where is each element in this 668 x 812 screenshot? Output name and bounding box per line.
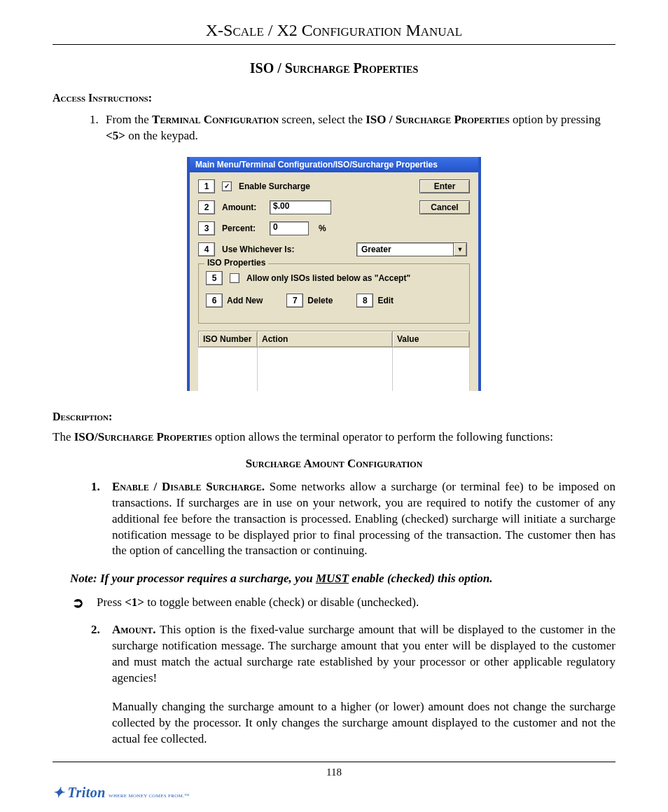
amount-head: Amount. bbox=[112, 623, 156, 636]
percent-label: Percent: bbox=[222, 223, 263, 233]
running-head: X-Scale / X2 Configuration Manual bbox=[53, 21, 615, 44]
note-must: MUST bbox=[316, 572, 349, 585]
terminal-configuration-term: Terminal Configuration bbox=[152, 113, 279, 126]
table-row bbox=[199, 347, 470, 391]
col-action[interactable]: Action bbox=[258, 331, 393, 347]
keypad-8[interactable]: 8 bbox=[356, 294, 373, 308]
surcharge-config-list: 1. Enable / Disable Surcharge. Some netw… bbox=[53, 479, 615, 560]
chevron-down-icon[interactable]: ▼ bbox=[453, 242, 467, 256]
item-amount: 2. Amount. This option is the fixed-valu… bbox=[91, 622, 615, 748]
surcharge-amount-configuration-title: Surcharge Amount Configuration bbox=[53, 457, 615, 471]
edit-button[interactable]: Edit bbox=[377, 296, 394, 305]
use-whichever-value: Greater bbox=[356, 242, 453, 256]
triton-logo: ✦ Triton WHERE MONEY COMES FROM.™ bbox=[53, 784, 615, 801]
keypad-2[interactable]: 2 bbox=[198, 200, 215, 214]
access-instructions-heading: Access Instructions: bbox=[53, 92, 152, 104]
row-use-whichever: 4 Use Whichever Is: Greater ▼ bbox=[198, 242, 470, 256]
enable-surcharge-checkbox[interactable]: ✓ bbox=[222, 181, 232, 191]
key-5: <5> bbox=[106, 129, 125, 142]
item-amount-para2: Manually changing the surcharge amount t… bbox=[112, 699, 615, 748]
enter-button[interactable]: Enter bbox=[419, 179, 470, 193]
keypad-6[interactable]: 6 bbox=[206, 294, 223, 308]
row-iso-buttons: 6 Add New 7 Delete 8 Edit bbox=[206, 294, 462, 308]
arrow-icon: ➲ bbox=[70, 596, 85, 610]
surcharge-config-list-2: 2. Amount. This option is the fixed-valu… bbox=[53, 622, 615, 748]
row-allow-only: 5 Allow only ISOs listed below as "Accep… bbox=[206, 271, 462, 285]
delete-button[interactable]: Delete bbox=[307, 296, 333, 305]
item-enable-disable-surcharge: 1. Enable / Disable Surcharge. Some netw… bbox=[91, 479, 615, 560]
iso-properties-legend: ISO Properties bbox=[204, 258, 268, 268]
keypad-4[interactable]: 4 bbox=[198, 242, 215, 256]
press-1-text: Press <1> to toggle between enable (chec… bbox=[97, 596, 419, 610]
enable-surcharge-label: Enable Surcharge bbox=[239, 181, 310, 191]
header-rule bbox=[53, 44, 615, 45]
keypad-3[interactable]: 3 bbox=[198, 221, 215, 235]
row-amount: 2 Amount: $.00 Cancel bbox=[198, 200, 470, 214]
iso-table: ISO Number Action Value bbox=[198, 331, 470, 391]
access-step-1: From the Terminal Configuration screen, … bbox=[102, 112, 615, 144]
iso-surcharge-properties-term2: ISO/Surcharge Properties bbox=[74, 430, 212, 443]
brand-tagline: WHERE MONEY COMES FROM.™ bbox=[109, 793, 189, 799]
page-number: 118 bbox=[53, 766, 615, 778]
footer-rule bbox=[53, 762, 615, 762]
keypad-1[interactable]: 1 bbox=[198, 179, 215, 193]
col-iso-number[interactable]: ISO Number bbox=[199, 331, 258, 347]
section-title: ISO / Surcharge Properties bbox=[53, 60, 615, 76]
use-whichever-label: Use Whichever Is: bbox=[222, 245, 294, 254]
enable-disable-surcharge-head: Enable / Disable Surcharge. bbox=[112, 480, 265, 493]
iso-properties-group: ISO Properties 5 Allow only ISOs listed … bbox=[198, 263, 470, 324]
description-intro: The ISO/Surcharge Properties option allo… bbox=[53, 429, 615, 446]
keypad-7[interactable]: 7 bbox=[286, 294, 303, 308]
add-new-button[interactable]: Add New bbox=[227, 296, 263, 305]
percent-field[interactable]: 0 bbox=[270, 221, 309, 235]
description-heading: Description: bbox=[53, 411, 112, 422]
press-1-bullet: ➲ Press <1> to toggle between enable (ch… bbox=[70, 596, 615, 610]
dialog-titlebar: Main Menu/Terminal Configuration/ISO/Sur… bbox=[190, 157, 478, 172]
cancel-button[interactable]: Cancel bbox=[419, 200, 470, 214]
row-percent: 3 Percent: 0 % bbox=[198, 221, 470, 235]
dialog-window: Main Menu/Terminal Configuration/ISO/Sur… bbox=[187, 157, 481, 391]
key-1: <1> bbox=[125, 596, 144, 609]
note-line: Note: If your processor requires a surch… bbox=[70, 572, 615, 586]
percent-sign: % bbox=[319, 223, 326, 233]
allow-only-checkbox[interactable] bbox=[230, 273, 239, 283]
amount-label: Amount: bbox=[222, 202, 263, 212]
keypad-5[interactable]: 5 bbox=[206, 271, 223, 285]
row-enable-surcharge: 1 ✓ Enable Surcharge Enter bbox=[198, 179, 470, 193]
brand-name: Triton bbox=[68, 785, 106, 801]
amount-field[interactable]: $.00 bbox=[270, 200, 331, 214]
use-whichever-combo[interactable]: Greater ▼ bbox=[356, 242, 467, 256]
col-value[interactable]: Value bbox=[393, 331, 470, 347]
iso-surcharge-properties-term: ISO / Surcharge Properties bbox=[366, 113, 510, 126]
access-instructions-list: From the Terminal Configuration screen, … bbox=[53, 112, 615, 144]
logo-mark-icon: ✦ bbox=[53, 784, 65, 801]
running-head-text: X-Scale / X2 Configuration Manual bbox=[206, 21, 462, 39]
allow-only-label: Allow only ISOs listed below as "Accept" bbox=[246, 273, 410, 283]
